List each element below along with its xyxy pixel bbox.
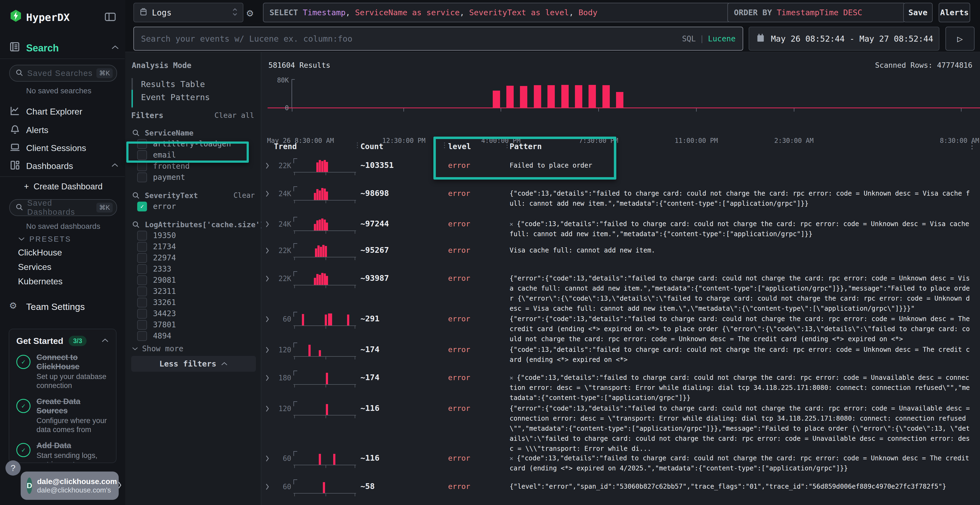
checkbox[interactable] [137, 275, 147, 285]
sidebar-item-client-sessions[interactable]: Client Sessions [26, 143, 86, 153]
sidebar-item-dashboards[interactable]: Dashboards [26, 161, 73, 171]
date-range-picker[interactable]: May 26 08:52:44 - May 27 08:52:44 [749, 27, 939, 51]
kebab-menu-icon[interactable]: ⋮ [968, 141, 976, 151]
expand-row-chevron-icon[interactable] [264, 454, 270, 464]
events-histogram[interactable]: 80K 0 May 26 8:30:00 AM12:30:00 PM4:00:0… [292, 79, 961, 108]
histogram-bar[interactable] [561, 85, 569, 108]
presets-toggle[interactable]: PRESETS [18, 235, 71, 243]
histogram-bar[interactable] [575, 85, 582, 108]
filter-option[interactable]: 34423 [137, 308, 261, 319]
sidebar-preset-kubernetes[interactable]: Kubernetes [18, 276, 63, 286]
run-query-button[interactable]: ▷ [945, 27, 975, 51]
expand-row-chevron-icon[interactable] [264, 162, 270, 171]
checkbox[interactable] [137, 309, 147, 319]
filter-option[interactable]: 37801 [137, 319, 261, 330]
search-section-chevron-up-icon[interactable] [111, 44, 119, 51]
expand-row-chevron-icon[interactable] [264, 346, 270, 355]
expand-row-chevron-icon[interactable] [264, 220, 270, 229]
checkbox-checked[interactable]: ✓ [137, 202, 147, 211]
column-header-trend[interactable]: Trend [274, 142, 297, 151]
help-button[interactable]: ? [5, 461, 21, 476]
sidebar-item-search[interactable]: Search [26, 43, 59, 54]
alerts-button[interactable]: Alerts [939, 3, 970, 22]
mode-event-patterns[interactable]: Event Patterns [141, 92, 210, 102]
expand-row-chevron-icon[interactable] [264, 315, 270, 324]
histogram-bar[interactable] [589, 85, 596, 108]
sidebar-item-alerts[interactable]: Alerts [26, 125, 48, 135]
expand-row-chevron-icon[interactable] [264, 246, 270, 256]
source-selector[interactable]: Logs [134, 3, 243, 22]
filter-option[interactable]: ✓error [137, 201, 261, 212]
filter-option[interactable]: 19350 [137, 230, 261, 241]
pattern-text: {"level":"error","span_id":"53060b827c62… [510, 481, 972, 492]
order-by-input[interactable]: ORDER BY TimestampTime DESC [727, 3, 905, 22]
checkbox[interactable] [137, 264, 147, 274]
filter-option[interactable]: 33261 [137, 297, 261, 308]
histogram-bar[interactable] [547, 85, 555, 108]
expand-row-chevron-icon[interactable] [264, 374, 270, 383]
trend-ymax-label: 180 [271, 374, 291, 382]
x-axis-tick [794, 108, 794, 111]
checkbox[interactable] [137, 242, 147, 252]
mode-results-table[interactable]: Results Table [141, 79, 205, 89]
expand-row-chevron-icon[interactable] [264, 190, 270, 199]
spark-tick [326, 173, 326, 175]
lucene-mode-toggle[interactable]: Lucene [708, 34, 735, 43]
expand-row-chevron-icon[interactable] [264, 483, 270, 492]
checkbox[interactable] [137, 173, 147, 182]
checkbox[interactable] [137, 286, 147, 296]
sidebar-item-team-settings[interactable]: Team Settings [26, 302, 85, 312]
histogram-bar[interactable] [603, 85, 610, 108]
show-more-button[interactable]: Show more [132, 344, 261, 353]
filter-option[interactable]: 32311 [137, 286, 261, 297]
histogram-bar[interactable] [506, 86, 514, 108]
checkbox[interactable] [137, 298, 147, 308]
cmd-k-shortcut: ⌘K [96, 203, 113, 213]
histogram-bar[interactable] [493, 91, 500, 108]
filter-option[interactable]: 4894 [137, 330, 261, 341]
get-started-progress-badge: 3/3 [68, 336, 86, 346]
saved-searches-input[interactable]: Saved Searches ⌘K [9, 65, 117, 82]
lucene-search-input[interactable]: Search your events w/ Lucene ex. column:… [134, 27, 743, 51]
get-started-chevron-up-icon[interactable] [101, 338, 109, 344]
filter-option[interactable]: 2333 [137, 264, 261, 275]
spark-bar [302, 314, 304, 326]
histogram-bar[interactable] [616, 92, 624, 108]
expand-row-chevron-icon[interactable] [264, 405, 270, 414]
search-icon [132, 221, 140, 229]
dashboards-chevron-up-icon[interactable] [111, 163, 119, 169]
clear-all-button[interactable]: Clear all [215, 111, 254, 119]
create-dashboard-button[interactable]: + Create Dashboard [24, 182, 103, 192]
filter-option[interactable]: payment [137, 172, 261, 183]
filter-option[interactable]: 29081 [137, 275, 261, 286]
histogram-bar[interactable] [520, 86, 527, 108]
collapse-sidebar-icon[interactable] [105, 12, 116, 23]
column-header-count[interactable]: Count [360, 142, 383, 151]
spark-axis-corner [293, 243, 297, 248]
expand-row-chevron-icon[interactable] [264, 275, 270, 284]
filter-option[interactable]: 21734 [137, 241, 261, 252]
user-menu[interactable]: D dale@clickhouse.com dale@clickhouse.co… [21, 472, 119, 500]
checkbox[interactable] [137, 331, 147, 341]
saved-dashboards-input[interactable]: Saved Dashboards ⌘K [9, 199, 117, 216]
checkbox[interactable] [137, 253, 147, 263]
sidebar-preset-services[interactable]: Services [18, 262, 63, 272]
save-button[interactable]: Save [903, 3, 932, 22]
sidebar-preset-clickhouse[interactable]: ClickHouse [18, 248, 63, 258]
clear-group-button[interactable]: Clear [234, 191, 255, 199]
checkbox[interactable] [137, 320, 147, 330]
select-query-input[interactable]: SELECT Timestamp, ServiceName as service… [263, 3, 730, 22]
spark-tick [326, 494, 326, 496]
filter-option[interactable]: 22974 [137, 252, 261, 264]
sql-mode-toggle[interactable]: SQL [682, 34, 696, 43]
less-filters-button[interactable]: Less filters [131, 356, 256, 372]
drag-handle-icon[interactable]: ⋮ [354, 141, 361, 149]
get-started-step[interactable]: ✓Create Data SourcesConfigure where your… [16, 397, 109, 434]
histogram-bar[interactable] [534, 85, 541, 108]
sidebar-item-chart-explorer[interactable]: Chart Explorer [26, 106, 82, 117]
get-started-step[interactable]: ✓Connect to ClickHouseSet up your databa… [16, 353, 109, 390]
query-settings-gear-icon[interactable]: ⚙ [247, 6, 253, 19]
checkbox[interactable] [137, 231, 147, 241]
get-started-step[interactable]: ✓Add DataStart sending logs, metrics, or… [16, 441, 109, 463]
annotation-event-patterns [126, 141, 249, 163]
